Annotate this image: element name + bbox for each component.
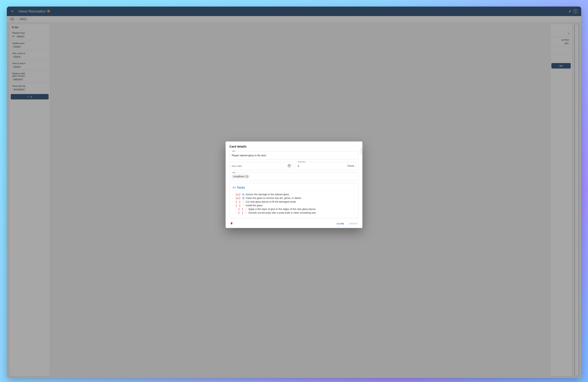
delete-card-button[interactable] [230, 221, 234, 226]
task-checkbox[interactable] [242, 201, 244, 203]
calendar-icon[interactable] [288, 164, 291, 168]
task-checkbox[interactable] [242, 204, 244, 207]
task-checkbox[interactable] [245, 212, 247, 214]
tag-remove-button[interactable] [246, 175, 248, 178]
task-dash: - [233, 201, 234, 203]
task-bracket: [ ] [238, 208, 244, 211]
task-line: -[ ]Apply a thin layer of glue to the ed… [235, 208, 356, 211]
update-button[interactable]: UPDATE [348, 221, 359, 226]
estimates-label: Estimates [297, 161, 306, 163]
task-line: -[ ]Cut new glass pieces to fit the dama… [233, 201, 356, 203]
estimates-unit-label: Points [347, 165, 354, 167]
title-field: Title * [230, 151, 359, 159]
editor-heading-title: Tasks [237, 186, 245, 189]
tag-chip: LivingRoom [231, 175, 250, 179]
task-checkbox[interactable] [245, 208, 247, 210]
dialog-actions: CLOSE UPDATE [230, 220, 359, 226]
tags-label: Tags [231, 171, 236, 173]
description-editor[interactable]: ## Tasks -[x]Assess the damage to the st… [230, 183, 359, 218]
task-bracket: [ ] [238, 211, 244, 214]
due-date-input[interactable] [230, 162, 293, 170]
title-label: Title * [231, 150, 237, 152]
task-line: -[ ]Smooth out the putty with a putty kn… [235, 211, 356, 214]
task-text: Apply a thin layer of glue to the edges … [248, 208, 355, 211]
task-text: Smooth out the putty with a putty knife … [248, 211, 355, 214]
estimates-unit-select[interactable]: Points [347, 165, 357, 167]
task-line: -[x]Assess the damage to the stained gla… [233, 193, 356, 196]
card-details-dialog: Card details Title * Estimates Points [226, 141, 362, 228]
tags-input[interactable]: LivingRoom [230, 173, 359, 180]
task-dash: - [233, 204, 234, 207]
app-frame: Home Renovation All / Welco To Do Replac… [7, 6, 581, 378]
task-bracket: [ ] [236, 204, 241, 207]
chevron-down-icon [355, 165, 357, 167]
task-line: -[ ]Install the glass [233, 204, 356, 207]
close-button[interactable]: CLOSE [336, 221, 345, 226]
task-line: -[x]Clean the glass to remove any dirt, … [233, 197, 356, 200]
task-checkbox[interactable] [242, 197, 244, 199]
task-text: Assess the damage to the stained glass. [246, 193, 355, 196]
task-bracket: [x] [236, 197, 241, 200]
task-bracket: [x] [236, 193, 241, 196]
editor-heading: ## Tasks [233, 186, 356, 189]
tags-field: Tags LivingRoom [230, 173, 359, 180]
task-dash: - [233, 193, 234, 196]
task-dash: - [233, 197, 234, 200]
tag-chip-label: LivingRoom [233, 175, 245, 178]
task-text: Install the glass [246, 204, 355, 207]
task-bracket: [ ] [236, 201, 241, 203]
title-input[interactable] [230, 151, 359, 159]
task-dash: - [235, 211, 237, 214]
editor-divider [233, 191, 356, 191]
task-checkbox[interactable] [242, 193, 244, 196]
editor-heading-hash: ## [233, 186, 236, 189]
estimates-field: Estimates Points [295, 162, 359, 170]
task-text: Clean the glass to remove any dirt, grim… [246, 197, 355, 200]
task-text: Cut new glass pieces to fit the damaged … [246, 201, 355, 203]
due-date-field [230, 162, 293, 170]
task-dash: - [235, 208, 237, 211]
dialog-heading: Card details [230, 145, 359, 148]
trash-icon [230, 222, 233, 225]
close-icon [246, 176, 248, 177]
